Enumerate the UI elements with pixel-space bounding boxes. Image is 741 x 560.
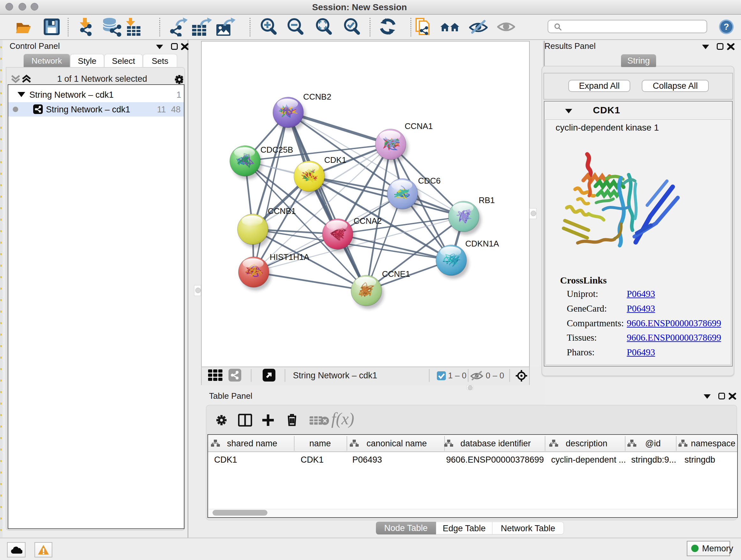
svg-text:CCNB1: CCNB1 — [268, 206, 296, 216]
svg-text:HIST1H1A: HIST1H1A — [270, 252, 310, 262]
svg-text:CCNA1: CCNA1 — [405, 121, 433, 131]
svg-text:CDKN1A: CDKN1A — [465, 239, 499, 248]
svg-text:CCNE1: CCNE1 — [382, 269, 410, 279]
svg-text:CDC6: CDC6 — [418, 176, 441, 186]
svg-text:CCNB2: CCNB2 — [303, 92, 331, 102]
svg-text:?: ? — [724, 22, 729, 32]
svg-text:CCNA2: CCNA2 — [354, 216, 382, 226]
svg-text:RB1: RB1 — [479, 195, 495, 205]
svg-text:CDC25B: CDC25B — [260, 145, 293, 154]
svg-text:CDK1: CDK1 — [324, 155, 346, 165]
